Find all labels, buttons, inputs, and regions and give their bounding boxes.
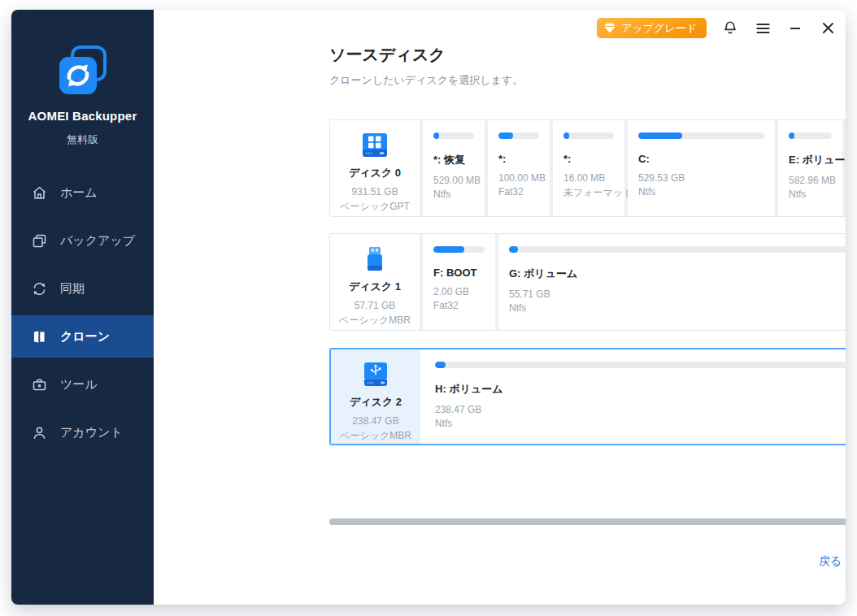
usage-bar: [433, 132, 474, 139]
disk-name: ディスク 0: [330, 166, 420, 180]
account-icon: [32, 425, 47, 440]
sidebar-item-label: ホーム: [60, 185, 98, 201]
disk-name: ディスク 2: [331, 395, 420, 410]
partition-cell[interactable]: *: 100.00 MB Fat32: [488, 120, 550, 216]
usage-bar: [789, 132, 832, 139]
sidebar-item-clone[interactable]: クローン: [11, 315, 154, 358]
partition-cell[interactable]: G: ボリューム 55.71 GB Ntfs: [498, 234, 846, 330]
upgrade-label: アップグレード: [621, 21, 697, 36]
horizontal-scrollbar[interactable]: [329, 518, 846, 525]
home-icon: [32, 185, 47, 201]
sidebar-item-label: バックアップ: [60, 233, 135, 249]
disk-row-0[interactable]: ディスク 0 931.51 GB ベーシックGPT *: 恢复 529.00 M…: [329, 119, 846, 217]
disk-size: 238.47 GB: [331, 415, 420, 427]
aomei-logo-icon: [58, 46, 108, 96]
disk-size: 931.51 GB: [330, 186, 420, 197]
gem-icon: [603, 23, 616, 33]
disk-type: ベーシックMBR: [331, 429, 420, 443]
hard-disk-icon: [359, 132, 390, 158]
back-button[interactable]: 戻る: [806, 554, 846, 569]
app-edition: 無料版: [11, 132, 154, 147]
close-icon[interactable]: [820, 20, 836, 37]
sidebar-item-label: クローン: [60, 329, 110, 345]
sidebar-item-label: ツール: [60, 377, 98, 393]
partition-cell[interactable]: E: ボリューム 582.96 MB Ntfs: [778, 120, 842, 216]
partition-cell[interactable]: F: BOOT 2.00 GB Fat32: [423, 234, 495, 330]
usage-bar: [563, 132, 614, 139]
partition-cell[interactable]: *: 恢复 529.00 MB Ntfs: [423, 120, 485, 216]
disk-row-1[interactable]: ディスク 1 57.71 GB ベーシックMBR F: BOOT 2.00 GB…: [329, 233, 846, 331]
usage-bar: [433, 246, 485, 253]
main-content: アップグレード ソースディスク クローンしたいディスクを選択します。 1: [154, 10, 846, 605]
upgrade-button[interactable]: アップグレード: [597, 18, 707, 38]
usage-bar: [638, 132, 764, 139]
hamburger-menu-icon[interactable]: [755, 20, 771, 37]
tools-icon: [32, 377, 47, 393]
app-logo: AOMEI Backupper 無料版: [11, 46, 154, 147]
sidebar-item-label: 同期: [60, 281, 85, 297]
disk-name: ディスク 1: [330, 280, 420, 294]
minimize-icon[interactable]: [787, 20, 803, 37]
partition-cell[interactable]: H: ボリューム 238.47 GB Ntfs: [424, 349, 846, 444]
sidebar-item-backup[interactable]: バックアップ: [11, 219, 154, 262]
disk-info: ディスク 0 931.51 GB ベーシックGPT: [330, 120, 420, 216]
sidebar-nav: ホーム バックアップ 同期 クローン: [11, 171, 154, 459]
usb-disk-icon: [360, 362, 391, 388]
sidebar-item-tools[interactable]: ツール: [11, 363, 154, 406]
sidebar-item-label: アカウント: [60, 425, 123, 440]
partition-cell[interactable]: *: 16.00 MB 未フォーマット: [553, 120, 624, 216]
titlebar-controls: アップグレード: [597, 18, 836, 38]
clone-icon: [32, 329, 47, 345]
sidebar: AOMEI Backupper 無料版 ホーム バックアップ 同期: [11, 10, 154, 605]
partition-cell[interactable]: C: 529.53 GB Ntfs: [628, 120, 775, 216]
bell-icon[interactable]: [722, 20, 738, 37]
disk-size: 57.71 GB: [330, 300, 420, 311]
sidebar-item-home[interactable]: ホーム: [11, 171, 154, 214]
sidebar-item-account[interactable]: アカウント: [11, 411, 154, 453]
disk-type: ベーシックMBR: [330, 314, 420, 328]
disk-info: ディスク 2 238.47 GB ベーシックMBR: [331, 349, 420, 444]
disk-type: ベーシックGPT: [330, 200, 420, 214]
sidebar-item-sync[interactable]: 同期: [11, 267, 154, 310]
disk-row-2-selected[interactable]: ディスク 2 238.47 GB ベーシックMBR H: ボリューム 238.4…: [329, 348, 846, 445]
app-window: AOMEI Backupper 無料版 ホーム バックアップ 同期: [11, 10, 846, 605]
page-subtitle: クローンしたいディスクを選択します。: [329, 73, 523, 88]
usage-bar: [435, 362, 846, 368]
disk-info: ディスク 1 57.71 GB ベーシックMBR: [330, 234, 420, 330]
app-name: AOMEI Backupper: [11, 109, 154, 123]
sync-icon: [32, 281, 47, 297]
usage-bar: [509, 246, 846, 253]
backup-icon: [32, 233, 47, 249]
page-title: ソースディスク: [329, 44, 446, 66]
usage-bar: [498, 132, 539, 139]
usb-stick-icon: [359, 246, 390, 272]
